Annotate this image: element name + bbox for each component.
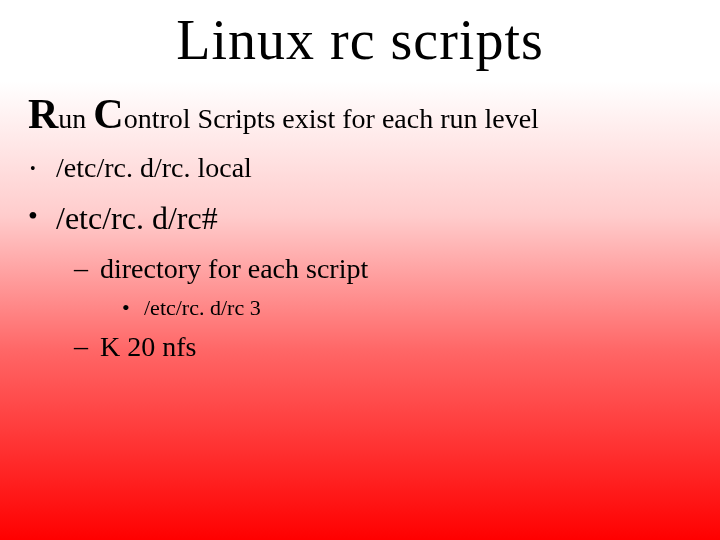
bullet-subsubitem: /etc/rc. d/rc 3 <box>0 291 720 325</box>
cap-r: R <box>28 91 58 137</box>
bullet-subitem: K 20 nfs <box>0 325 720 369</box>
slide-subtitle: Run Control Scripts exist for each run l… <box>0 72 720 146</box>
cap-c: C <box>93 91 123 137</box>
text-rest: ontrol Scripts exist for each run level <box>124 103 539 134</box>
bullet-item: /etc/rc. d/rc. local <box>0 146 720 190</box>
text-un: un <box>58 103 93 134</box>
bullet-item: /etc/rc. d/rc# <box>0 190 720 247</box>
slide-title: Linux rc scripts <box>0 0 720 72</box>
bullet-subitem: directory for each script <box>0 247 720 291</box>
